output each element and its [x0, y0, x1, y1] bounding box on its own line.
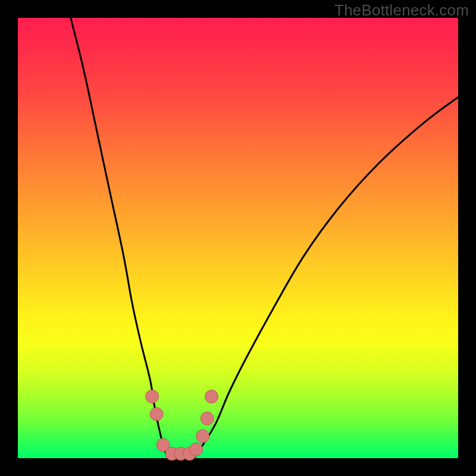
chart-stage: TheBottleneck.com — [0, 0, 476, 476]
highlight-dot — [146, 390, 159, 403]
highlight-dot — [190, 443, 203, 456]
chart-svg — [18, 18, 458, 458]
highlight-dot — [201, 412, 214, 425]
marker-group — [146, 390, 218, 460]
highlight-dot — [150, 408, 163, 421]
watermark-text: TheBottleneck.com — [334, 1, 469, 20]
highlight-dot — [205, 390, 218, 403]
highlight-dot — [196, 430, 209, 443]
curve-right-branch — [194, 97, 458, 458]
